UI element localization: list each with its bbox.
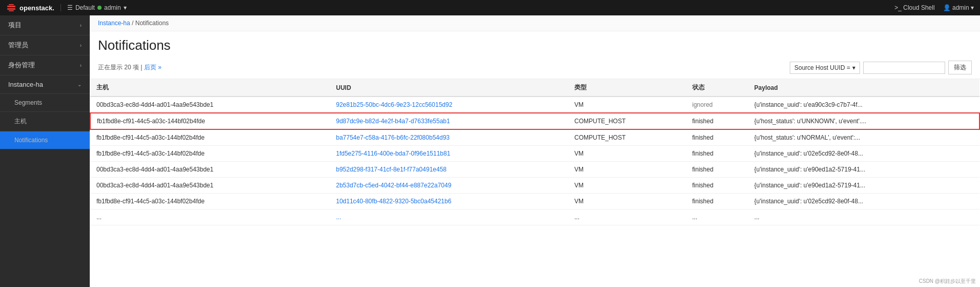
table-row: ... ... ... ... ... bbox=[90, 209, 979, 225]
admin-menu[interactable]: 👤 admin ▾ bbox=[943, 4, 974, 11]
toolbar: 正在显示 20 项 | 后页 » Source Host UUID = ▾ 筛选 bbox=[90, 58, 980, 79]
cell-payload: {u'instance_uuid': u'ea90c3c9-c7b7-4f... bbox=[748, 97, 979, 113]
admin-label: admin ▾ bbox=[952, 4, 974, 11]
table-row: fb1fbd8e-cf91-44c5-a03c-144bf02b4fde 1fd… bbox=[90, 146, 979, 162]
cell-host: ... bbox=[90, 209, 330, 225]
breadcrumb-parent[interactable]: Instance-ha bbox=[98, 20, 130, 27]
cell-uuid[interactable]: 92e81b25-50bc-4dc6-9e23-12cc56015d92 bbox=[330, 97, 568, 113]
sidebar-item-label: 身份管理 bbox=[8, 61, 35, 70]
cell-host: 00bd3ca3-ec8d-4dd4-ad01-4aa9e543bde1 bbox=[90, 97, 330, 113]
cell-host: fb1fbd8e-cf91-44c5-a03c-144bf02b4fde bbox=[90, 194, 330, 209]
col-status: 状态 bbox=[686, 79, 748, 97]
cell-host: fb1fbd8e-cf91-44c5-a03c-144bf02b4fde bbox=[90, 113, 330, 129]
cell-payload: ... bbox=[748, 209, 979, 225]
sidebar-item-notifications[interactable]: Notifications bbox=[0, 131, 90, 149]
cell-payload: {u'instance_uuid': u'02e5cd92-8e0f-48... bbox=[748, 194, 979, 209]
cell-payload: {u'host_status': u'UNKNOWN', u'event'...… bbox=[748, 113, 979, 129]
cell-uuid[interactable]: ... bbox=[330, 209, 568, 225]
svg-rect-1 bbox=[7, 8, 15, 10]
notifications-table: 主机 UUID 类型 状态 Payload 00bd3ca3-ec8d-4dd4… bbox=[90, 79, 980, 225]
cell-host: fb1fbd8e-cf91-44c5-a03c-144bf02b4fde bbox=[90, 146, 330, 162]
table-row: 00bd3ca3-ec8d-4dd4-ad01-4aa9e543bde1 2b5… bbox=[90, 178, 979, 194]
page-header: Notifications bbox=[90, 31, 980, 58]
cell-type: VM bbox=[568, 97, 686, 113]
table-header: 主机 UUID 类型 状态 Payload bbox=[90, 79, 979, 97]
cell-payload: {u'instance_uuid': u'e90ed1a2-5719-41... bbox=[748, 178, 979, 194]
chevron-down-icon: ⌄ bbox=[77, 82, 82, 87]
cell-type: VM bbox=[568, 146, 686, 162]
breadcrumb-current: Notifications bbox=[135, 20, 169, 27]
filter-select-dropdown[interactable]: Source Host UUID = ▾ bbox=[790, 62, 860, 74]
sidebar-item-identity[interactable]: 身份管理 › bbox=[0, 55, 90, 75]
cell-type: VM bbox=[568, 194, 686, 209]
cell-uuid[interactable]: 2b53d7cb-c5ed-4042-bf44-e887e22a7049 bbox=[330, 178, 568, 194]
project-label: Default bbox=[75, 4, 95, 11]
sidebar-item-label: 管理员 bbox=[8, 41, 28, 50]
table-row: fb1fbd8e-cf91-44c5-a03c-144bf02b4fde ba7… bbox=[90, 129, 979, 146]
pagination-info: 正在显示 20 项 | 后页 » bbox=[98, 63, 162, 72]
cell-status: ignored bbox=[686, 97, 748, 113]
page-title: Notifications bbox=[98, 37, 972, 53]
cell-type: COMPUTE_HOST bbox=[568, 129, 686, 146]
topbar-right: >_ Cloud Shell 👤 admin ▾ bbox=[894, 4, 974, 11]
cell-uuid[interactable]: 10d11c40-80fb-4822-9320-5bc0a45421b6 bbox=[330, 194, 568, 209]
cell-uuid[interactable]: b952d298-f317-41cf-8e1f-f77a0491e458 bbox=[330, 162, 568, 178]
cell-uuid[interactable]: 9d87dc9e-b82d-4e2f-b4a7-d7633fe55ab1 bbox=[330, 113, 568, 129]
cloud-shell-link[interactable]: >_ Cloud Shell bbox=[894, 4, 934, 11]
cell-host: 00bd3ca3-ec8d-4dd4-ad01-4aa9e543bde1 bbox=[90, 178, 330, 194]
project-icon: ☰ bbox=[67, 4, 73, 11]
table-row: 00bd3ca3-ec8d-4dd4-ad01-4aa9e543bde1 92e… bbox=[90, 97, 979, 113]
cell-status: finished bbox=[686, 194, 748, 209]
cell-type: ... bbox=[568, 209, 686, 225]
breadcrumb-separator: / bbox=[132, 20, 135, 27]
sidebar-item-label: 项目 bbox=[8, 21, 22, 30]
cell-host: fb1fbd8e-cf91-44c5-a03c-144bf02b4fde bbox=[90, 129, 330, 146]
cell-status: finished bbox=[686, 146, 748, 162]
col-host: 主机 bbox=[90, 79, 330, 97]
cell-type: COMPUTE_HOST bbox=[568, 113, 686, 129]
next-page-link[interactable]: 后页 » bbox=[144, 64, 162, 71]
sidebar-item-segments[interactable]: Segments bbox=[0, 94, 90, 112]
cell-uuid[interactable]: 1fd5e275-4116-400e-bda7-0f96e1511b81 bbox=[330, 146, 568, 162]
cell-payload: {u'host_status': u'NORMAL', u'event':... bbox=[748, 129, 979, 146]
col-uuid: UUID bbox=[330, 79, 568, 97]
dropdown-arrow-icon: ▾ bbox=[852, 64, 855, 71]
logo-text: openstack. bbox=[19, 4, 54, 12]
cell-status: finished bbox=[686, 178, 748, 194]
col-payload: Payload bbox=[748, 79, 979, 97]
sidebar-item-instance-ha[interactable]: Instance-ha ⌄ bbox=[0, 75, 90, 94]
watermark: CSDN @积跬步以至千里 bbox=[919, 278, 976, 285]
sidebar-item-label: 主机 bbox=[14, 117, 27, 126]
sidebar-item-hosts[interactable]: 主机 bbox=[0, 112, 90, 131]
table-row: 00bd3ca3-ec8d-4dd4-ad01-4aa9e543bde1 b95… bbox=[90, 162, 979, 178]
admin-icon: 👤 bbox=[943, 4, 951, 11]
chevron-right-icon: › bbox=[80, 23, 82, 28]
cell-status: ... bbox=[686, 209, 748, 225]
status-dot bbox=[97, 6, 102, 10]
chevron-right-icon: › bbox=[80, 63, 82, 68]
logo: openstack. bbox=[6, 3, 54, 13]
svg-rect-0 bbox=[7, 6, 15, 7]
sidebar-item-admin[interactable]: 管理员 › bbox=[0, 35, 90, 55]
cell-status: finished bbox=[686, 162, 748, 178]
cell-type: VM bbox=[568, 178, 686, 194]
sidebar-item-label: Instance-ha bbox=[8, 81, 43, 88]
main-layout: 项目 › 管理员 › 身份管理 › Instance-ha ⌄ Segments… bbox=[0, 15, 980, 287]
filter-input[interactable] bbox=[863, 62, 945, 74]
table-row: fb1fbd8e-cf91-44c5-a03c-144bf02b4fde 10d… bbox=[90, 194, 979, 209]
project-selector[interactable]: ☰ Default admin ▾ bbox=[61, 4, 127, 11]
content-area: Instance-ha / Notifications Notification… bbox=[90, 15, 980, 287]
filter-button[interactable]: 筛选 bbox=[948, 61, 972, 74]
cell-type: VM bbox=[568, 162, 686, 178]
filter-controls: Source Host UUID = ▾ 筛选 bbox=[790, 61, 972, 74]
cell-uuid[interactable]: ba7754e7-c58a-4176-b6fc-22f080b54d93 bbox=[330, 129, 568, 146]
cell-payload: {u'instance_uuid': u'02e5cd92-8e0f-48... bbox=[748, 146, 979, 162]
topbar: openstack. ☰ Default admin ▾ >_ Cloud Sh… bbox=[0, 0, 980, 15]
sidebar-item-label: Notifications bbox=[14, 137, 48, 144]
dropdown-icon: ▾ bbox=[124, 4, 127, 11]
sidebar-item-project[interactable]: 项目 › bbox=[0, 15, 90, 35]
user-label: admin bbox=[104, 4, 121, 11]
cell-status: finished bbox=[686, 113, 748, 129]
breadcrumb: Instance-ha / Notifications bbox=[90, 15, 980, 31]
cell-host: 00bd3ca3-ec8d-4dd4-ad01-4aa9e543bde1 bbox=[90, 162, 330, 178]
